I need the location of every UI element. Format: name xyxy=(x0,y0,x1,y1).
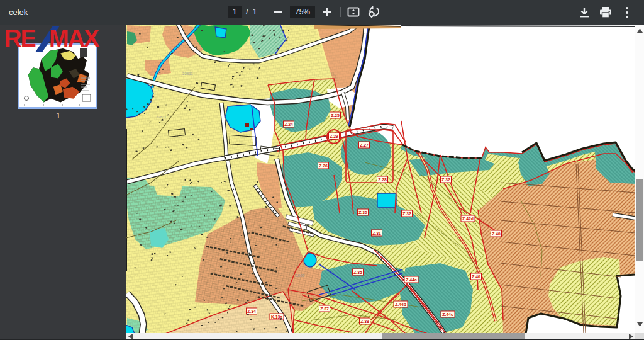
svg-text:22611: 22611 xyxy=(156,115,167,119)
svg-text:Z.32: Z.32 xyxy=(402,212,411,216)
svg-text:Z.28: Z.28 xyxy=(378,178,387,182)
svg-text:Z.44b: Z.44b xyxy=(395,302,406,307)
svg-text:Z.29: Z.29 xyxy=(330,134,338,139)
svg-text:1000: 1000 xyxy=(296,273,305,278)
svg-text:Z.34: Z.34 xyxy=(247,309,256,314)
svg-text:Z.24: Z.24 xyxy=(284,122,293,127)
svg-text:RE: RE xyxy=(4,26,35,52)
svg-text:Z.32: Z.32 xyxy=(441,178,450,182)
svg-text:Z.27: Z.27 xyxy=(360,143,369,147)
svg-text:Z.40: Z.40 xyxy=(472,275,480,279)
svg-text:Z.25: Z.25 xyxy=(331,113,340,118)
svg-text:22611: 22611 xyxy=(182,71,193,76)
svg-text:Z.30: Z.30 xyxy=(358,210,367,215)
svg-text:Z.37: Z.37 xyxy=(320,307,329,311)
svg-text:Z.38: Z.38 xyxy=(360,319,369,324)
svg-text:Z.40: Z.40 xyxy=(492,232,501,236)
svg-text:Z.44c: Z.44c xyxy=(442,312,453,317)
svg-text:MAX: MAX xyxy=(49,26,100,52)
svg-text:Z.42d: Z.42d xyxy=(462,217,474,221)
svg-text:Z.35: Z.35 xyxy=(353,270,362,275)
svg-text:Z.26: Z.26 xyxy=(319,164,328,168)
svg-text:Z.31: Z.31 xyxy=(372,231,381,235)
svg-text:Z.44a: Z.44a xyxy=(406,278,417,282)
